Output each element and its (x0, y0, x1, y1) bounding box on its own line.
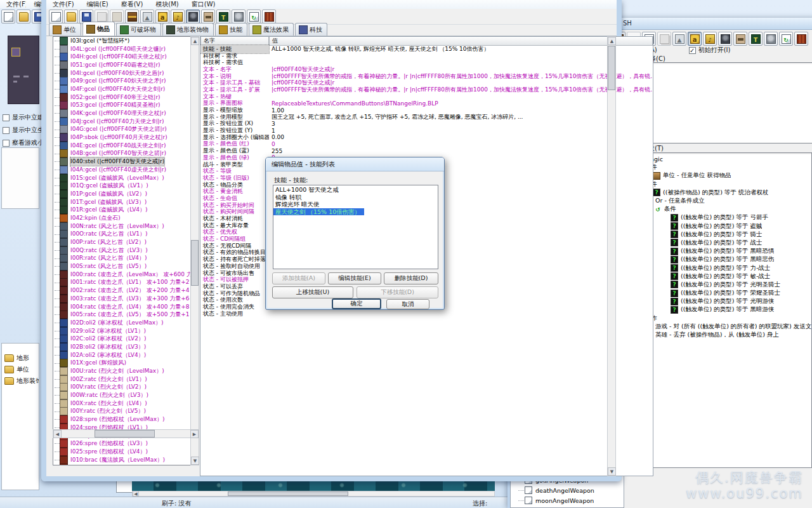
trigger-tree-node[interactable]: ((触发单位) 的类型) 等于 敏-战士 (626, 272, 811, 281)
tree-item[interactable]: I00W:ratc (烈火之剑（LV3）) (53, 391, 198, 399)
trigger-tree-node[interactable]: 英雄 - 丢弃 (被操作物品)，从 (触发单位) 身上 (626, 331, 811, 339)
sound-editor-icon[interactable] (171, 10, 185, 23)
tree-item[interactable]: I04I:gcel (|cff00FF40炽天使之盾|r) (53, 69, 198, 77)
editor-tab[interactable]: 单位 (49, 23, 81, 36)
trigger-tree-node[interactable]: 游戏 - 对 (所有 ((触发单位) 的所有者) 的联盟玩家) 发送文本信息: (626, 323, 811, 331)
tree-item[interactable]: I02D:oli2 (寒冰权杖（LevelMax）) (53, 319, 198, 327)
menu-item[interactable]: 窗口(W) (190, 0, 217, 10)
scrollbar-thumb[interactable] (191, 240, 199, 286)
trigger-tree-node[interactable]: ((触发单位) 的类型) 等于 弓箭手 (626, 213, 811, 222)
scroll-down-icon[interactable]: ▼ (191, 457, 199, 465)
folder-item[interactable]: 单位 (4, 364, 39, 375)
menu-item[interactable]: 文件(F) (5, 0, 26, 10)
object-manager-icon[interactable] (779, 32, 793, 46)
scroll-left-icon[interactable]: ◀ (133, 491, 139, 497)
new-document-icon[interactable] (1, 10, 15, 23)
tree-item[interactable]: I001:ratc (攻击之爪（LV1） 攻+100 力量+2 (53, 279, 198, 287)
tree-item[interactable]: I04A:gcel (|cff00FF40虚天使之剑|r) (53, 166, 198, 174)
tree-item[interactable]: I00S:ratc (风之匕首（LV5）) (53, 262, 198, 271)
tree-item[interactable]: I029:oli2 (寒冰权杖（LV1）) (53, 327, 198, 335)
unit-editor-icon[interactable] (125, 10, 139, 23)
ok-button[interactable]: 确定 (332, 298, 381, 309)
undo-icon[interactable] (657, 32, 671, 46)
map-horizontal-scrollbar[interactable]: ◀ (132, 491, 495, 497)
tree-item[interactable]: I03I:gcel (*智慧指环*) (53, 37, 198, 45)
dialog-title[interactable]: 编辑物品值 - 技能列表 (266, 157, 444, 171)
trigger-tree-node[interactable]: ((触发单位) 的类型) 等于 骑士 (626, 231, 811, 239)
tree-item[interactable]: I01Q:gcel (盗贼披风（LV1）) (53, 182, 198, 190)
tree-item[interactable]: I01T:gcel (盗贼披风（LV3）) (53, 198, 198, 206)
tree-item[interactable]: I003:ratc (攻击之爪（LV3） 攻+300 力量+6 (53, 295, 198, 303)
trigger-tree-node[interactable]: ((触发单位) 的类型) 等于 盗贼 (626, 222, 811, 231)
skill-list-item[interactable]: ALL+1000 智天使之戒 (273, 186, 438, 194)
script-editor-icon[interactable] (749, 32, 763, 46)
scroll-right-icon[interactable]: ▶ (190, 430, 199, 438)
tree-horizontal-scrollbar[interactable]: ◀ ▶ (53, 429, 199, 438)
trigger-tree-node[interactable]: ((触发单位) 的类型) 等于 战士 (626, 239, 811, 247)
tree-item[interactable]: I02C:oli2 (寒冰权杖（LV2）) (53, 335, 198, 343)
tree-item[interactable]: I01S:gcel (盗贼披风（LevelMax）) (53, 174, 198, 182)
trigger-list-item[interactable]: deathAngelWeapon (517, 485, 624, 495)
tree-item[interactable]: I04L:gcel (|cff00FF40暗天使之镰|r) (53, 45, 198, 53)
trigger-tree-node[interactable]: ((被操作物品) 的类型) 等于 统治者权杖 (626, 189, 811, 197)
tree-item[interactable]: I025:spre (烈焰权杖（LV4）) (53, 448, 198, 456)
scrollbar-thumb[interactable] (228, 491, 348, 496)
tree-item[interactable]: I04F:gcel (|cff00FF40大天使之剑|r) (53, 85, 198, 93)
tree-item[interactable]: I052:gcel (|cff00FF40帝王之铠|r) (53, 93, 198, 102)
tree-item[interactable] (53, 464, 198, 465)
editor-tab[interactable]: 科技 (295, 23, 327, 36)
tree-item[interactable]: I00X:ratc (烈火之剑（LV4）) (53, 399, 198, 408)
tree-item[interactable]: I053:gcel (|cff00FF40精灵圣袍|r) (53, 102, 198, 110)
editor-tab[interactable]: 物品 (82, 22, 115, 36)
tree-item[interactable]: I04P:sbok (|cff00FF40月天使之杖|r) (53, 133, 198, 142)
move-down-skill-button[interactable]: 下移技能(D) (357, 286, 438, 298)
tree-item[interactable]: I051:gcel (|cff00FF40霸者之铠|r) (53, 61, 198, 69)
tree-item[interactable]: I00Y:ratc (烈火之剑（LV5）) (53, 408, 198, 416)
trigger-tree-node[interactable]: 事件 (626, 163, 811, 171)
trigger-option-checkbox[interactable]: ✓ 初始打开(I) (689, 46, 731, 55)
trigger-tree-node[interactable]: 动作 (626, 314, 811, 323)
table-vertical-scrollbar[interactable]: ▲ ▼ (607, 36, 616, 476)
terrain-editor-icon[interactable] (140, 10, 154, 23)
import-manager-icon[interactable] (794, 32, 808, 46)
trigger-comment-box[interactable] (625, 62, 812, 144)
trigger-tree-node[interactable]: ((触发单位) 的类型) 等于 荣耀圣骑士 (626, 289, 811, 297)
trigger-tree-node[interactable]: 单位 - 任意单位 获得物品 (626, 171, 811, 180)
trigger-tree-node[interactable]: ((触发单位) 的类型) 等于 光明游侠 (626, 297, 811, 305)
tree-item[interactable]: I04K:gcel (|cff00FF40理天使之杖|r) (53, 109, 198, 117)
open-icon[interactable] (16, 10, 30, 23)
trigger-tree-node[interactable]: Or - 任意条件成立 (626, 197, 811, 205)
view-option-checkbox[interactable]: 察看游戏小 (3, 138, 41, 147)
tree-item[interactable]: I04E:gcel (|cff00FF40战天使之剑|r) (53, 142, 198, 150)
object-editor-icon[interactable] (718, 32, 732, 46)
add-skill-button[interactable]: 添加技能(A) (272, 272, 325, 284)
tree-item[interactable]: I00P:ratc (风之匕首（LV2）) (53, 238, 198, 246)
import-manager-icon[interactable] (262, 10, 276, 23)
tree-item[interactable]: I000:ratc (攻击之爪（LevelMax） 攻+600 力量+ (53, 271, 198, 279)
skill-list-item[interactable]: 镜像 转职 (273, 194, 438, 201)
editor-tab[interactable]: 可破坏物 (116, 23, 161, 36)
sound-editor-icon[interactable] (703, 32, 717, 46)
trigger-editor-icon[interactable] (688, 32, 702, 46)
tree-item[interactable]: I010:brac (魔法披风（LevelMax）) (53, 456, 198, 464)
menu-item[interactable]: 文件(F) (51, 0, 75, 10)
menu-item[interactable]: 模块(M) (154, 0, 180, 10)
ai-editor-icon[interactable] (232, 10, 246, 23)
trigger-list-item[interactable]: moonAngelWeapon (517, 495, 624, 505)
tree-item[interactable]: I042:kpin (点金石) (53, 214, 198, 222)
trigger-tree-node[interactable]: Magic (626, 155, 811, 163)
minimap[interactable] (8, 36, 39, 104)
tree-item[interactable]: I00V:ratc (烈火之剑（LV2）) (53, 384, 198, 392)
tree-item[interactable]: I01P:gcel (盗贼披风（LV2）) (53, 190, 198, 198)
tree-item[interactable]: I04G:gcel (|cff00FF40梦天使之箭|r) (53, 126, 198, 134)
editor-tab[interactable]: 技能 (215, 23, 247, 36)
trigger-tree-node[interactable]: ((触发单位) 的类型) 等于 光明圣骑士 (626, 281, 811, 289)
trigger-tree-node[interactable]: ((触发单位) 的类型) 等于 力-战士 (626, 264, 811, 272)
tree-item[interactable]: I04J:gcel (|cff00FF40力天使之剑|r) (53, 117, 198, 126)
tree-item[interactable]: I00O:ratc (风之匕首（LV1）) (53, 231, 198, 239)
scrollbar-thumb[interactable] (608, 46, 615, 90)
campaign-editor-icon[interactable] (201, 10, 215, 23)
table-row[interactable]: 状态 - 主动使用 (200, 311, 653, 318)
tree-item[interactable]: I01X:gcel (辉煌披风) (53, 359, 198, 368)
tree-item[interactable]: I00N:ratc (风之匕首（LevelMax）) (53, 222, 198, 231)
